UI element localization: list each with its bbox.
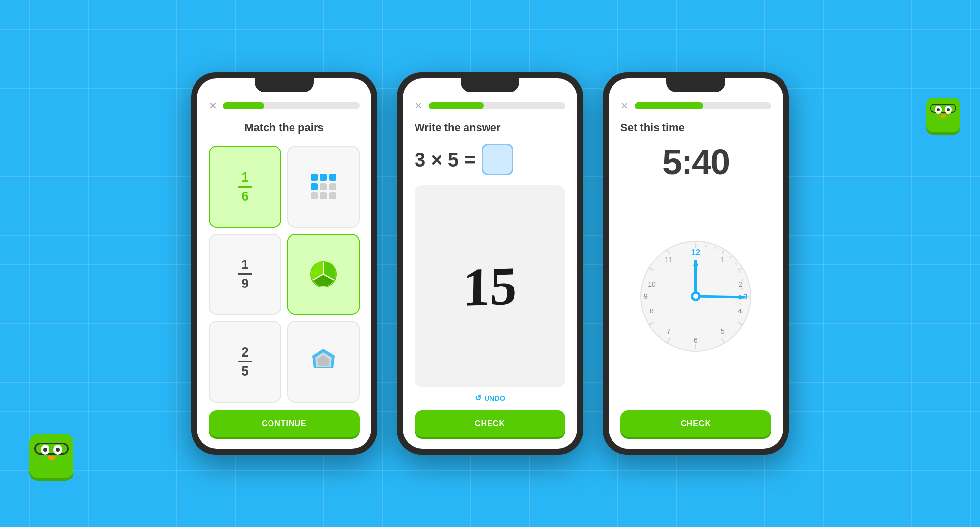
phone-3-screen: ✕ Set this time 5:40 bbox=[609, 78, 783, 449]
phone-3-content: ✕ Set this time 5:40 bbox=[609, 92, 783, 449]
phone-1-topbar: ✕ bbox=[209, 100, 360, 112]
svg-text:4: 4 bbox=[738, 307, 742, 315]
pair-card-6[interactable] bbox=[287, 321, 360, 403]
undo-label: UNDO bbox=[484, 394, 505, 402]
beak-right bbox=[941, 115, 946, 118]
svg-text:8: 8 bbox=[650, 307, 654, 315]
progress-bar-1-fill bbox=[223, 102, 264, 109]
pair-card-1[interactable]: 1 6 bbox=[209, 146, 281, 228]
phone-3-title: Set this time bbox=[620, 121, 771, 134]
fraction-1-9: 1 9 bbox=[238, 258, 252, 290]
pair-card-5[interactable]: 2 5 bbox=[209, 321, 281, 403]
pairs-grid: 1 6 bbox=[209, 146, 360, 403]
svg-point-25 bbox=[735, 263, 737, 265]
svg-line-44 bbox=[696, 296, 744, 297]
phone-1-notch bbox=[255, 78, 314, 92]
dot-5 bbox=[320, 183, 327, 190]
close-icon-1[interactable]: ✕ bbox=[209, 100, 217, 112]
phone-1: ✕ Match the pairs 1 6 bbox=[191, 72, 377, 455]
svg-point-28 bbox=[741, 288, 743, 290]
check-button-2[interactable]: CHECK bbox=[415, 410, 565, 437]
equation-row: 3 × 5 = bbox=[415, 144, 565, 175]
svg-text:5: 5 bbox=[721, 327, 725, 335]
check-button-3[interactable]: CHECK bbox=[620, 410, 771, 437]
phone-2-notch bbox=[461, 78, 519, 92]
svg-point-26 bbox=[739, 271, 741, 273]
dot-7 bbox=[311, 192, 318, 199]
svg-point-29 bbox=[739, 303, 741, 305]
phone-2-screen: ✕ Write the answer 3 × 5 = 15 bbox=[403, 78, 577, 449]
eye-left-2 bbox=[53, 445, 62, 455]
phone-2: ✕ Write the answer 3 × 5 = 15 bbox=[397, 72, 583, 455]
eye-right-1 bbox=[935, 106, 942, 114]
time-display: 5:40 bbox=[620, 142, 771, 182]
pie-icon bbox=[309, 260, 338, 289]
phone-2-topbar: ✕ bbox=[415, 100, 565, 112]
svg-text:7: 7 bbox=[667, 327, 671, 335]
phone-2-content: ✕ Write the answer 3 × 5 = 15 bbox=[403, 92, 577, 449]
undo-icon: ↺ bbox=[475, 393, 482, 403]
clock-container: 12 1 2 3 4 5 6 7 8 9 10 11 bbox=[620, 190, 771, 403]
pair-card-2[interactable] bbox=[287, 146, 360, 228]
eye-left-1 bbox=[41, 445, 49, 455]
dot-4 bbox=[311, 183, 318, 190]
dot-2 bbox=[320, 174, 327, 181]
svg-text:9: 9 bbox=[644, 292, 648, 300]
pair-card-3[interactable]: 1 9 bbox=[209, 234, 281, 315]
cube-body-left bbox=[29, 434, 74, 478]
glasses-left bbox=[34, 443, 69, 455]
progress-bar-2-fill bbox=[429, 102, 484, 109]
dot-9 bbox=[329, 192, 336, 199]
continue-button[interactable]: CONTinUe bbox=[209, 410, 360, 437]
svg-point-22 bbox=[714, 247, 716, 249]
phone-2-title: Write the answer bbox=[415, 121, 565, 134]
beak-left bbox=[48, 456, 55, 460]
mascot-right bbox=[926, 98, 960, 132]
phone-1-screen: ✕ Match the pairs 1 6 bbox=[197, 78, 371, 449]
drawn-number: 15 bbox=[463, 259, 517, 314]
fraction-2-5: 2 5 bbox=[238, 345, 252, 378]
phone-3-topbar: ✕ bbox=[620, 100, 771, 112]
dot-1 bbox=[311, 174, 318, 181]
phones-container: ✕ Match the pairs 1 6 bbox=[191, 72, 789, 455]
svg-point-21 bbox=[705, 245, 707, 247]
dot-grid-icon bbox=[307, 170, 340, 203]
phone-3-notch bbox=[666, 78, 725, 92]
glasses-right bbox=[930, 104, 956, 113]
progress-bar-3-fill bbox=[635, 102, 703, 109]
clock-svg: 12 1 2 3 4 5 6 7 8 9 10 11 bbox=[637, 238, 755, 355]
svg-point-46 bbox=[693, 294, 698, 299]
progress-bar-2-bg bbox=[429, 102, 565, 109]
eye-right-2 bbox=[945, 106, 952, 114]
cube-body-right bbox=[926, 98, 960, 132]
svg-point-20 bbox=[695, 244, 697, 246]
phone-3: ✕ Set this time 5:40 bbox=[603, 72, 789, 455]
svg-text:11: 11 bbox=[665, 256, 673, 264]
pupil-2 bbox=[56, 448, 60, 452]
answer-box[interactable] bbox=[482, 144, 513, 175]
close-icon-2[interactable]: ✕ bbox=[415, 100, 423, 112]
pupil-r2 bbox=[947, 108, 950, 111]
svg-text:10: 10 bbox=[648, 280, 656, 288]
svg-text:12: 12 bbox=[691, 248, 700, 257]
drawing-area[interactable]: 15 bbox=[415, 185, 565, 387]
phone-1-content: ✕ Match the pairs 1 6 bbox=[197, 92, 371, 449]
kite-icon bbox=[306, 345, 341, 379]
svg-point-23 bbox=[722, 251, 724, 253]
svg-text:2: 2 bbox=[739, 280, 743, 288]
clock-face: 12 1 2 3 4 5 6 7 8 9 10 11 bbox=[637, 238, 755, 355]
close-icon-3[interactable]: ✕ bbox=[620, 100, 629, 112]
undo-button[interactable]: ↺ UNDO bbox=[415, 393, 565, 403]
equation-text: 3 × 5 = bbox=[415, 149, 476, 171]
phone-1-title: Match the pairs bbox=[209, 121, 360, 134]
pupil-r1 bbox=[937, 108, 940, 111]
dot-3 bbox=[329, 174, 336, 181]
svg-point-24 bbox=[730, 256, 732, 258]
svg-text:1: 1 bbox=[721, 256, 725, 264]
progress-bar-3-bg bbox=[635, 102, 771, 109]
pupil-1 bbox=[43, 448, 47, 452]
mascot-left bbox=[29, 434, 74, 478]
fraction-1-6: 1 6 bbox=[238, 170, 252, 203]
svg-text:6: 6 bbox=[694, 336, 698, 344]
pair-card-4[interactable] bbox=[287, 234, 360, 315]
